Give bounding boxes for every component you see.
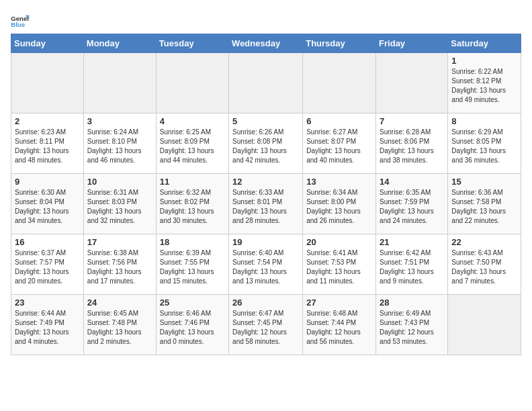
calendar-cell: 4Sunrise: 6:25 AM Sunset: 8:09 PM Daylig…: [156, 113, 228, 174]
day-info: Sunrise: 6:31 AM Sunset: 8:03 PM Dayligh…: [87, 188, 152, 226]
day-info: Sunrise: 6:48 AM Sunset: 7:44 PM Dayligh…: [306, 309, 372, 347]
calendar-cell: 12Sunrise: 6:33 AM Sunset: 8:01 PM Dayli…: [229, 174, 303, 234]
weekday-header: Wednesday: [229, 34, 303, 53]
calendar-cell: 25Sunrise: 6:46 AM Sunset: 7:46 PM Dayli…: [156, 295, 228, 355]
day-info: Sunrise: 6:32 AM Sunset: 8:02 PM Dayligh…: [160, 188, 225, 226]
day-info: Sunrise: 6:22 AM Sunset: 8:12 PM Dayligh…: [451, 67, 517, 105]
calendar-cell: 16Sunrise: 6:37 AM Sunset: 7:57 PM Dayli…: [11, 234, 84, 295]
calendar-week-row: 16Sunrise: 6:37 AM Sunset: 7:57 PM Dayli…: [11, 234, 521, 295]
day-info: Sunrise: 6:28 AM Sunset: 8:06 PM Dayligh…: [380, 128, 444, 165]
svg-text:Blue: Blue: [11, 21, 25, 28]
logo-icon: General Blue: [11, 13, 30, 28]
day-number: 3: [87, 116, 152, 126]
day-number: 4: [160, 116, 225, 126]
day-number: 22: [451, 237, 517, 247]
calendar-cell: 26Sunrise: 6:47 AM Sunset: 7:45 PM Dayli…: [229, 295, 303, 355]
day-info: Sunrise: 6:26 AM Sunset: 8:08 PM Dayligh…: [232, 128, 299, 165]
day-info: Sunrise: 6:34 AM Sunset: 8:00 PM Dayligh…: [306, 188, 372, 226]
calendar-cell: 5Sunrise: 6:26 AM Sunset: 8:08 PM Daylig…: [229, 113, 303, 174]
day-info: Sunrise: 6:29 AM Sunset: 8:05 PM Dayligh…: [451, 128, 517, 165]
calendar-cell: [83, 53, 156, 113]
page-header: General Blue: [11, 11, 521, 28]
day-number: 8: [451, 116, 517, 126]
day-info: Sunrise: 6:41 AM Sunset: 7:53 PM Dayligh…: [306, 248, 372, 286]
day-info: Sunrise: 6:39 AM Sunset: 7:55 PM Dayligh…: [160, 248, 225, 286]
day-info: Sunrise: 6:38 AM Sunset: 7:56 PM Dayligh…: [87, 248, 152, 286]
day-number: 11: [160, 177, 225, 187]
calendar-cell: 8Sunrise: 6:29 AM Sunset: 8:05 PM Daylig…: [448, 113, 521, 174]
calendar-table: SundayMondayTuesdayWednesdayThursdayFrid…: [11, 34, 521, 355]
calendar-cell: 10Sunrise: 6:31 AM Sunset: 8:03 PM Dayli…: [83, 174, 156, 234]
day-info: Sunrise: 6:30 AM Sunset: 8:04 PM Dayligh…: [15, 188, 80, 226]
calendar-week-row: 2Sunrise: 6:23 AM Sunset: 8:11 PM Daylig…: [11, 113, 521, 174]
calendar-cell: 9Sunrise: 6:30 AM Sunset: 8:04 PM Daylig…: [11, 174, 84, 234]
day-number: 26: [232, 298, 299, 308]
day-info: Sunrise: 6:46 AM Sunset: 7:46 PM Dayligh…: [160, 309, 225, 347]
calendar-cell: 2Sunrise: 6:23 AM Sunset: 8:11 PM Daylig…: [11, 113, 84, 174]
calendar-week-row: 9Sunrise: 6:30 AM Sunset: 8:04 PM Daylig…: [11, 174, 521, 234]
calendar-cell: 6Sunrise: 6:27 AM Sunset: 8:07 PM Daylig…: [303, 113, 376, 174]
calendar-week-row: 1Sunrise: 6:22 AM Sunset: 8:12 PM Daylig…: [11, 53, 521, 113]
day-info: Sunrise: 6:42 AM Sunset: 7:51 PM Dayligh…: [380, 248, 444, 286]
day-info: Sunrise: 6:40 AM Sunset: 7:54 PM Dayligh…: [232, 248, 299, 286]
day-number: 23: [15, 298, 80, 308]
day-info: Sunrise: 6:45 AM Sunset: 7:48 PM Dayligh…: [87, 309, 152, 347]
day-number: 25: [160, 298, 225, 308]
weekday-header: Thursday: [303, 34, 376, 53]
calendar-cell: 23Sunrise: 6:44 AM Sunset: 7:49 PM Dayli…: [11, 295, 84, 355]
day-info: Sunrise: 6:37 AM Sunset: 7:57 PM Dayligh…: [15, 248, 80, 286]
calendar-cell: 13Sunrise: 6:34 AM Sunset: 8:00 PM Dayli…: [303, 174, 376, 234]
day-info: Sunrise: 6:35 AM Sunset: 7:59 PM Dayligh…: [380, 188, 444, 226]
calendar-cell: 28Sunrise: 6:49 AM Sunset: 7:43 PM Dayli…: [376, 295, 448, 355]
day-number: 24: [87, 298, 152, 308]
day-info: Sunrise: 6:27 AM Sunset: 8:07 PM Dayligh…: [306, 128, 372, 165]
calendar-cell: [303, 53, 376, 113]
weekday-header: Sunday: [11, 34, 84, 53]
weekday-header: Tuesday: [156, 34, 228, 53]
calendar-cell: 19Sunrise: 6:40 AM Sunset: 7:54 PM Dayli…: [229, 234, 303, 295]
calendar-cell: 1Sunrise: 6:22 AM Sunset: 8:12 PM Daylig…: [448, 53, 521, 113]
calendar-cell: 14Sunrise: 6:35 AM Sunset: 7:59 PM Dayli…: [376, 174, 448, 234]
calendar-cell: 15Sunrise: 6:36 AM Sunset: 7:58 PM Dayli…: [448, 174, 521, 234]
day-number: 12: [232, 177, 299, 187]
weekday-header: Friday: [376, 34, 448, 53]
calendar-cell: 27Sunrise: 6:48 AM Sunset: 7:44 PM Dayli…: [303, 295, 376, 355]
day-info: Sunrise: 6:33 AM Sunset: 8:01 PM Dayligh…: [232, 188, 299, 226]
calendar-cell: 21Sunrise: 6:42 AM Sunset: 7:51 PM Dayli…: [376, 234, 448, 295]
day-number: 2: [15, 116, 80, 126]
day-number: 17: [87, 237, 152, 247]
weekday-header-row: SundayMondayTuesdayWednesdayThursdayFrid…: [11, 34, 521, 53]
day-info: Sunrise: 6:49 AM Sunset: 7:43 PM Dayligh…: [380, 309, 444, 347]
calendar-cell: 20Sunrise: 6:41 AM Sunset: 7:53 PM Dayli…: [303, 234, 376, 295]
day-number: 28: [380, 298, 444, 308]
calendar-cell: 24Sunrise: 6:45 AM Sunset: 7:48 PM Dayli…: [83, 295, 156, 355]
calendar-cell: 3Sunrise: 6:24 AM Sunset: 8:10 PM Daylig…: [83, 113, 156, 174]
day-info: Sunrise: 6:25 AM Sunset: 8:09 PM Dayligh…: [160, 128, 225, 165]
day-number: 15: [451, 177, 517, 187]
day-number: 9: [15, 177, 80, 187]
day-number: 20: [306, 237, 372, 247]
calendar-cell: 7Sunrise: 6:28 AM Sunset: 8:06 PM Daylig…: [376, 113, 448, 174]
day-number: 5: [232, 116, 299, 126]
weekday-header: Saturday: [448, 34, 521, 53]
day-number: 13: [306, 177, 372, 187]
day-number: 21: [380, 237, 444, 247]
calendar-cell: 17Sunrise: 6:38 AM Sunset: 7:56 PM Dayli…: [83, 234, 156, 295]
day-number: 27: [306, 298, 372, 308]
calendar-cell: 22Sunrise: 6:43 AM Sunset: 7:50 PM Dayli…: [448, 234, 521, 295]
logo: General Blue: [11, 13, 30, 28]
day-number: 18: [160, 237, 225, 247]
day-number: 1: [451, 56, 517, 66]
day-number: 6: [306, 116, 372, 126]
calendar-week-row: 23Sunrise: 6:44 AM Sunset: 7:49 PM Dayli…: [11, 295, 521, 355]
calendar-cell: [376, 53, 448, 113]
day-info: Sunrise: 6:44 AM Sunset: 7:49 PM Dayligh…: [15, 309, 80, 347]
day-info: Sunrise: 6:47 AM Sunset: 7:45 PM Dayligh…: [232, 309, 299, 347]
day-number: 7: [380, 116, 444, 126]
day-info: Sunrise: 6:36 AM Sunset: 7:58 PM Dayligh…: [451, 188, 517, 226]
calendar-cell: [156, 53, 228, 113]
day-number: 14: [380, 177, 444, 187]
day-number: 10: [87, 177, 152, 187]
calendar-cell: 18Sunrise: 6:39 AM Sunset: 7:55 PM Dayli…: [156, 234, 228, 295]
day-number: 19: [232, 237, 299, 247]
